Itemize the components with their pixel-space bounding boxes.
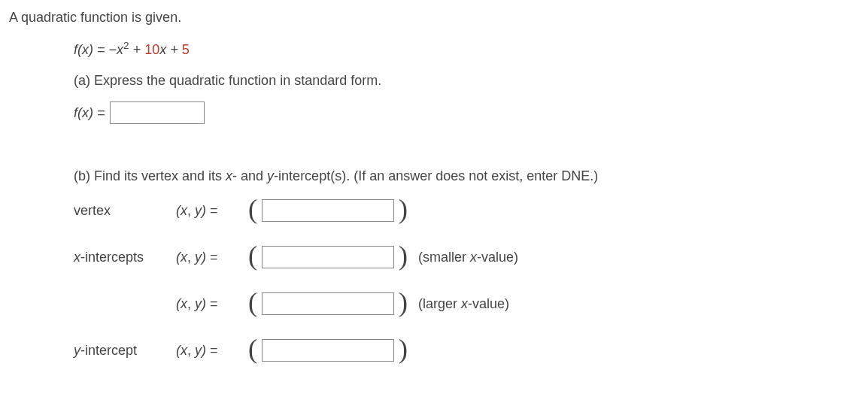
vertex-input[interactable]: [262, 199, 394, 222]
fx-equals-label: f(x) =: [74, 103, 105, 123]
larger-x-hint: (larger x-value): [418, 294, 509, 314]
right-paren-icon: ): [399, 289, 408, 316]
y-intercept-row: y-intercept (x, y) = ( ): [74, 337, 859, 364]
xint1-xy-label: (x, y) =: [176, 247, 244, 268]
standard-form-input[interactable]: [110, 101, 205, 124]
x-intercept-larger-input[interactable]: [262, 292, 394, 315]
x-intercept-smaller-input[interactable]: [262, 246, 394, 268]
y-intercept-input[interactable]: [262, 339, 394, 362]
y-intercept-label: y-intercept: [74, 341, 171, 361]
x-intercept-larger-row: (x, y) = ( ) (larger x-value): [74, 290, 859, 317]
yint-xy-label: (x, y) =: [176, 341, 244, 361]
left-paren-icon: (: [248, 335, 257, 362]
intro-text: A quadratic function is given.: [9, 8, 859, 28]
xint2-xy-label: (x, y) =: [176, 294, 244, 314]
left-paren-icon: (: [248, 289, 257, 316]
vertex-label: vertex: [74, 201, 171, 221]
vertex-row: vertex (x, y) = ( ): [74, 197, 859, 224]
x-intercept-smaller-row: x-intercepts (x, y) = ( ) (smaller x-val…: [74, 244, 859, 271]
x-intercepts-label: x-intercepts: [74, 247, 171, 268]
vertex-xy-label: (x, y) =: [176, 201, 244, 221]
part-a-row: f(x) =: [74, 101, 859, 124]
left-paren-icon: (: [248, 242, 257, 269]
right-paren-icon: ): [399, 242, 408, 269]
right-paren-icon: ): [399, 335, 408, 362]
given-function: f(x) = −x2 + 10x + 5: [74, 38, 859, 60]
part-b-prompt: (b) Find its vertex and its x- and y-int…: [74, 166, 859, 186]
part-a-prompt: (a) Express the quadratic function in st…: [74, 71, 859, 91]
right-paren-icon: ): [399, 195, 408, 223]
smaller-x-hint: (smaller x-value): [418, 247, 518, 268]
left-paren-icon: (: [248, 195, 257, 223]
